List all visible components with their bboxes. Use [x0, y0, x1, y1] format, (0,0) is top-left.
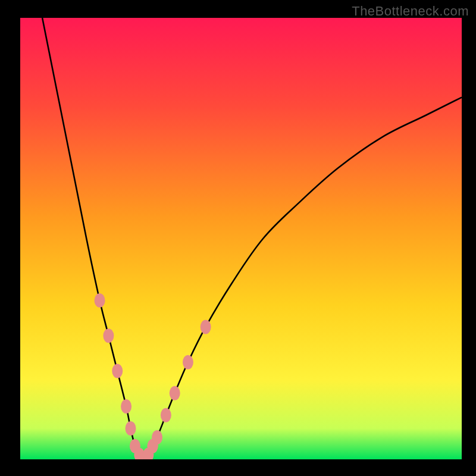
chart-frame: TheBottleneck.com — [0, 0, 476, 476]
marker-dot — [103, 328, 114, 343]
marker-dot — [183, 355, 193, 369]
marker-dot — [112, 364, 123, 378]
marker-dot — [126, 421, 136, 436]
plot-area — [20, 18, 462, 459]
marker-dot — [121, 399, 131, 414]
watermark-text: TheBottleneck.com — [352, 4, 469, 19]
marker-dot — [152, 430, 162, 444]
chart-svg — [20, 18, 462, 459]
marker-dot — [201, 320, 211, 334]
marker-dot — [170, 386, 180, 400]
marker-dot — [95, 293, 105, 308]
marker-dot — [161, 408, 171, 422]
